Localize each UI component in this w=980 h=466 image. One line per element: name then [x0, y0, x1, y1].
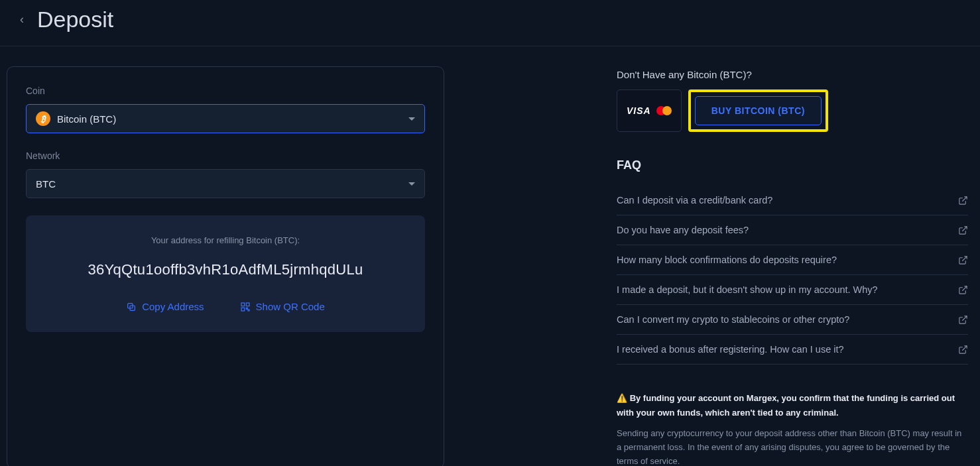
info-panel: Don't Have any Bitcoin (BTC)? VISA BUY B…	[617, 66, 968, 466]
page-title: Deposit	[37, 7, 113, 32]
payment-methods-badge: VISA	[617, 89, 682, 132]
external-link-icon	[958, 285, 968, 295]
buy-row: VISA BUY BITCOIN (BTC)	[617, 89, 968, 132]
faq-question: Do you have any deposit fees?	[617, 225, 749, 235]
faq-list: Can I deposit via a credit/bank card? Do…	[617, 186, 968, 365]
disclaimer-sub: Sending any cryptocurrency to your depos…	[617, 427, 968, 466]
external-link-icon	[958, 315, 968, 325]
faq-item[interactable]: Do you have any deposit fees?	[617, 215, 968, 245]
copy-icon	[126, 302, 137, 312]
faq-question: I received a bonus after registering. Ho…	[617, 344, 844, 355]
deposit-address: 36YqQtu1ooffb3vhR1oAdfML5jrmhqdULu	[39, 261, 412, 278]
address-actions: Copy Address Show QR Code	[39, 301, 412, 312]
bitcoin-icon: ₿	[36, 111, 50, 126]
coin-select[interactable]: ₿ Bitcoin (BTC)	[26, 104, 425, 133]
network-select[interactable]: BTC	[26, 169, 425, 198]
faq-question: Can I deposit via a credit/bank card?	[617, 195, 772, 205]
buy-bitcoin-button[interactable]: BUY BITCOIN (BTC)	[695, 96, 822, 125]
chevron-down-icon	[408, 182, 415, 186]
coin-label: Coin	[26, 86, 425, 96]
page-header: ‹ Deposit	[0, 0, 980, 46]
mastercard-logo	[656, 106, 672, 115]
svg-line-8	[962, 286, 967, 290]
faq-item[interactable]: Can I convert my crypto to stablecoins o…	[617, 305, 968, 335]
buy-button-highlight: BUY BITCOIN (BTC)	[688, 89, 828, 132]
faq-title: FAQ	[617, 158, 968, 172]
svg-line-9	[962, 316, 967, 320]
faq-item[interactable]: I received a bonus after registering. Ho…	[617, 335, 968, 365]
external-link-icon	[958, 196, 968, 205]
copy-address-label: Copy Address	[142, 301, 204, 312]
svg-line-5	[962, 196, 967, 201]
external-link-icon	[958, 255, 968, 265]
back-button[interactable]: ‹	[20, 13, 24, 27]
faq-question: I made a deposit, but it doesn't show up…	[617, 284, 878, 295]
qr-icon	[240, 302, 251, 312]
copy-address-button[interactable]: Copy Address	[126, 301, 204, 312]
svg-line-10	[962, 345, 967, 350]
faq-item[interactable]: How many block confirmations do deposits…	[617, 245, 968, 275]
chevron-down-icon	[408, 117, 415, 121]
content-area: Coin ₿ Bitcoin (BTC) Network BTC Your ad…	[0, 46, 980, 466]
faq-question: Can I convert my crypto to stablecoins o…	[617, 314, 849, 325]
svg-line-6	[962, 226, 967, 231]
deposit-form-panel: Coin ₿ Bitcoin (BTC) Network BTC Your ad…	[7, 66, 444, 466]
external-link-icon	[958, 225, 968, 235]
buy-bitcoin-label: BUY BITCOIN (BTC)	[711, 105, 805, 116]
svg-rect-2	[241, 303, 245, 306]
coin-select-value: Bitcoin (BTC)	[57, 113, 116, 125]
faq-item[interactable]: Can I deposit via a credit/bank card?	[617, 186, 968, 215]
show-qr-button[interactable]: Show QR Code	[240, 301, 325, 312]
faq-question: How many block confirmations do deposits…	[617, 255, 837, 265]
network-label: Network	[26, 150, 425, 161]
show-qr-label: Show QR Code	[256, 301, 325, 312]
address-hint: Your address for refilling Bitcoin (BTC)…	[39, 235, 412, 245]
svg-rect-3	[246, 303, 249, 306]
address-card: Your address for refilling Bitcoin (BTC)…	[26, 215, 425, 332]
buy-heading: Don't Have any Bitcoin (BTC)?	[617, 69, 968, 80]
visa-logo: VISA	[627, 105, 651, 116]
external-link-icon	[958, 345, 968, 355]
disclaimer: By funding your account on Margex, you c…	[617, 391, 968, 466]
faq-item[interactable]: I made a deposit, but it doesn't show up…	[617, 275, 968, 305]
network-select-value: BTC	[36, 178, 56, 190]
svg-rect-4	[241, 308, 245, 311]
svg-line-7	[962, 256, 967, 261]
disclaimer-bold: By funding your account on Margex, you c…	[617, 391, 968, 420]
